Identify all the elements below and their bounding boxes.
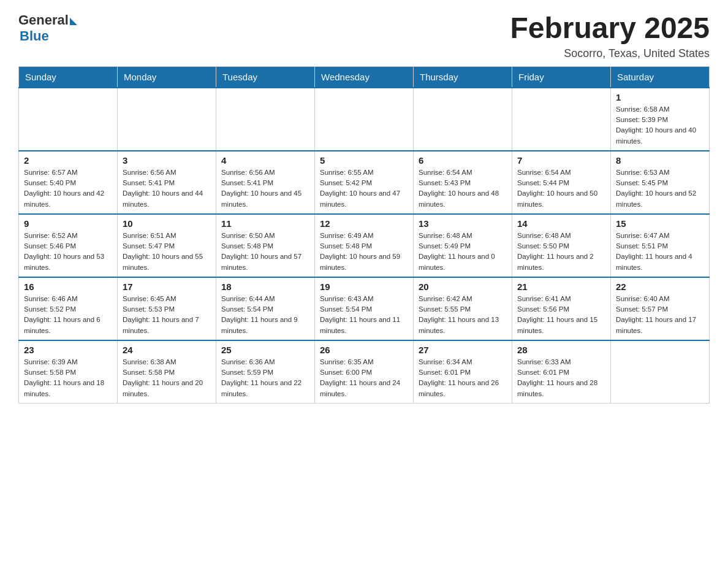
calendar-cell: 5Sunrise: 6:55 AM Sunset: 5:42 PM Daylig… xyxy=(315,151,414,214)
day-number: 1 xyxy=(616,92,704,102)
day-number: 6 xyxy=(419,155,507,166)
day-number: 10 xyxy=(123,218,211,229)
day-info: Sunrise: 6:54 AM Sunset: 5:43 PM Dayligh… xyxy=(419,167,507,210)
calendar-cell: 21Sunrise: 6:41 AM Sunset: 5:56 PM Dayli… xyxy=(512,277,611,340)
calendar-cell: 16Sunrise: 6:46 AM Sunset: 5:52 PM Dayli… xyxy=(19,277,118,340)
day-number: 28 xyxy=(517,345,605,355)
calendar-cell: 26Sunrise: 6:35 AM Sunset: 6:00 PM Dayli… xyxy=(315,340,414,404)
day-number: 27 xyxy=(419,345,507,355)
calendar-cell xyxy=(315,88,414,151)
day-info: Sunrise: 6:40 AM Sunset: 5:57 PM Dayligh… xyxy=(616,294,704,336)
day-info: Sunrise: 6:50 AM Sunset: 5:48 PM Dayligh… xyxy=(221,231,309,273)
calendar-cell: 1Sunrise: 6:58 AM Sunset: 5:39 PM Daylig… xyxy=(611,88,710,151)
day-number: 15 xyxy=(616,218,704,229)
day-number: 2 xyxy=(24,155,112,166)
page-header: General Blue February 2025 Socorro, Texa… xyxy=(18,12,710,60)
calendar-cell: 22Sunrise: 6:40 AM Sunset: 5:57 PM Dayli… xyxy=(611,277,710,340)
calendar-cell: 15Sunrise: 6:47 AM Sunset: 5:51 PM Dayli… xyxy=(611,214,710,277)
calendar-cell: 19Sunrise: 6:43 AM Sunset: 5:54 PM Dayli… xyxy=(315,277,414,340)
calendar-cell: 25Sunrise: 6:36 AM Sunset: 5:59 PM Dayli… xyxy=(216,340,315,404)
day-info: Sunrise: 6:56 AM Sunset: 5:41 PM Dayligh… xyxy=(221,167,309,210)
calendar-cell: 7Sunrise: 6:54 AM Sunset: 5:44 PM Daylig… xyxy=(512,151,611,214)
day-number: 22 xyxy=(616,282,704,292)
day-info: Sunrise: 6:49 AM Sunset: 5:48 PM Dayligh… xyxy=(320,231,408,273)
calendar-cell: 2Sunrise: 6:57 AM Sunset: 5:40 PM Daylig… xyxy=(19,151,118,214)
day-info: Sunrise: 6:38 AM Sunset: 5:58 PM Dayligh… xyxy=(123,357,211,399)
day-info: Sunrise: 6:57 AM Sunset: 5:40 PM Dayligh… xyxy=(24,167,112,210)
day-number: 13 xyxy=(419,218,507,229)
week-row: 9Sunrise: 6:52 AM Sunset: 5:46 PM Daylig… xyxy=(19,214,710,277)
day-info: Sunrise: 6:54 AM Sunset: 5:44 PM Dayligh… xyxy=(517,167,605,210)
day-info: Sunrise: 6:42 AM Sunset: 5:55 PM Dayligh… xyxy=(419,294,507,336)
calendar-cell: 14Sunrise: 6:48 AM Sunset: 5:50 PM Dayli… xyxy=(512,214,611,277)
weekday-header: Tuesday xyxy=(216,66,315,88)
day-info: Sunrise: 6:51 AM Sunset: 5:47 PM Dayligh… xyxy=(123,231,211,273)
day-number: 9 xyxy=(24,218,112,229)
day-info: Sunrise: 6:45 AM Sunset: 5:53 PM Dayligh… xyxy=(123,294,211,336)
weekday-header: Thursday xyxy=(414,66,512,88)
calendar-cell: 24Sunrise: 6:38 AM Sunset: 5:58 PM Dayli… xyxy=(118,340,216,404)
day-info: Sunrise: 6:47 AM Sunset: 5:51 PM Dayligh… xyxy=(616,231,704,273)
day-number: 20 xyxy=(419,282,507,292)
day-number: 14 xyxy=(517,218,605,229)
day-number: 3 xyxy=(123,155,211,166)
day-info: Sunrise: 6:44 AM Sunset: 5:54 PM Dayligh… xyxy=(221,294,309,336)
day-info: Sunrise: 6:53 AM Sunset: 5:45 PM Dayligh… xyxy=(616,167,704,210)
day-number: 25 xyxy=(221,345,309,355)
day-number: 26 xyxy=(320,345,408,355)
day-number: 8 xyxy=(616,155,704,166)
day-number: 23 xyxy=(24,345,112,355)
day-info: Sunrise: 6:55 AM Sunset: 5:42 PM Dayligh… xyxy=(320,167,408,210)
day-number: 18 xyxy=(221,282,309,292)
day-number: 4 xyxy=(221,155,309,166)
calendar-cell: 20Sunrise: 6:42 AM Sunset: 5:55 PM Dayli… xyxy=(414,277,512,340)
calendar-cell: 28Sunrise: 6:33 AM Sunset: 6:01 PM Dayli… xyxy=(512,340,611,404)
day-number: 24 xyxy=(123,345,211,355)
day-info: Sunrise: 6:36 AM Sunset: 5:59 PM Dayligh… xyxy=(221,357,309,399)
calendar-cell: 9Sunrise: 6:52 AM Sunset: 5:46 PM Daylig… xyxy=(19,214,118,277)
day-number: 16 xyxy=(24,282,112,292)
calendar-cell: 18Sunrise: 6:44 AM Sunset: 5:54 PM Dayli… xyxy=(216,277,315,340)
day-number: 5 xyxy=(320,155,408,166)
calendar-cell xyxy=(19,88,118,151)
logo-general-text: General xyxy=(18,12,69,28)
weekday-header: Sunday xyxy=(19,66,118,88)
calendar-cell xyxy=(512,88,611,151)
weekday-header: Saturday xyxy=(611,66,710,88)
day-info: Sunrise: 6:52 AM Sunset: 5:46 PM Dayligh… xyxy=(24,231,112,273)
day-number: 11 xyxy=(221,218,309,229)
day-info: Sunrise: 6:34 AM Sunset: 6:01 PM Dayligh… xyxy=(419,357,507,399)
day-info: Sunrise: 6:56 AM Sunset: 5:41 PM Dayligh… xyxy=(123,167,211,210)
day-number: 21 xyxy=(517,282,605,292)
day-info: Sunrise: 6:46 AM Sunset: 5:52 PM Dayligh… xyxy=(24,294,112,336)
calendar-cell: 17Sunrise: 6:45 AM Sunset: 5:53 PM Dayli… xyxy=(118,277,216,340)
day-info: Sunrise: 6:48 AM Sunset: 5:50 PM Dayligh… xyxy=(517,231,605,273)
calendar-cell: 27Sunrise: 6:34 AM Sunset: 6:01 PM Dayli… xyxy=(414,340,512,404)
day-info: Sunrise: 6:41 AM Sunset: 5:56 PM Dayligh… xyxy=(517,294,605,336)
calendar-cell: 23Sunrise: 6:39 AM Sunset: 5:58 PM Dayli… xyxy=(19,340,118,404)
week-row: 1Sunrise: 6:58 AM Sunset: 5:39 PM Daylig… xyxy=(19,88,710,151)
month-title: February 2025 xyxy=(510,12,710,45)
calendar-cell: 8Sunrise: 6:53 AM Sunset: 5:45 PM Daylig… xyxy=(611,151,710,214)
weekday-header: Wednesday xyxy=(315,66,414,88)
day-info: Sunrise: 6:39 AM Sunset: 5:58 PM Dayligh… xyxy=(24,357,112,399)
calendar-cell: 12Sunrise: 6:49 AM Sunset: 5:48 PM Dayli… xyxy=(315,214,414,277)
calendar-cell: 13Sunrise: 6:48 AM Sunset: 5:49 PM Dayli… xyxy=(414,214,512,277)
calendar-cell xyxy=(216,88,315,151)
calendar-cell: 10Sunrise: 6:51 AM Sunset: 5:47 PM Dayli… xyxy=(118,214,216,277)
week-row: 16Sunrise: 6:46 AM Sunset: 5:52 PM Dayli… xyxy=(19,277,710,340)
location-text: Socorro, Texas, United States xyxy=(510,47,710,60)
day-info: Sunrise: 6:48 AM Sunset: 5:49 PM Dayligh… xyxy=(419,231,507,273)
day-number: 12 xyxy=(320,218,408,229)
calendar-cell xyxy=(118,88,216,151)
day-number: 7 xyxy=(517,155,605,166)
calendar-cell xyxy=(414,88,512,151)
calendar-header-row: SundayMondayTuesdayWednesdayThursdayFrid… xyxy=(19,66,710,88)
calendar-cell: 3Sunrise: 6:56 AM Sunset: 5:41 PM Daylig… xyxy=(118,151,216,214)
calendar-table: SundayMondayTuesdayWednesdayThursdayFrid… xyxy=(18,66,710,404)
calendar-cell: 4Sunrise: 6:56 AM Sunset: 5:41 PM Daylig… xyxy=(216,151,315,214)
title-block: February 2025 Socorro, Texas, United Sta… xyxy=(510,12,710,60)
weekday-header: Friday xyxy=(512,66,611,88)
day-info: Sunrise: 6:35 AM Sunset: 6:00 PM Dayligh… xyxy=(320,357,408,399)
day-info: Sunrise: 6:43 AM Sunset: 5:54 PM Dayligh… xyxy=(320,294,408,336)
